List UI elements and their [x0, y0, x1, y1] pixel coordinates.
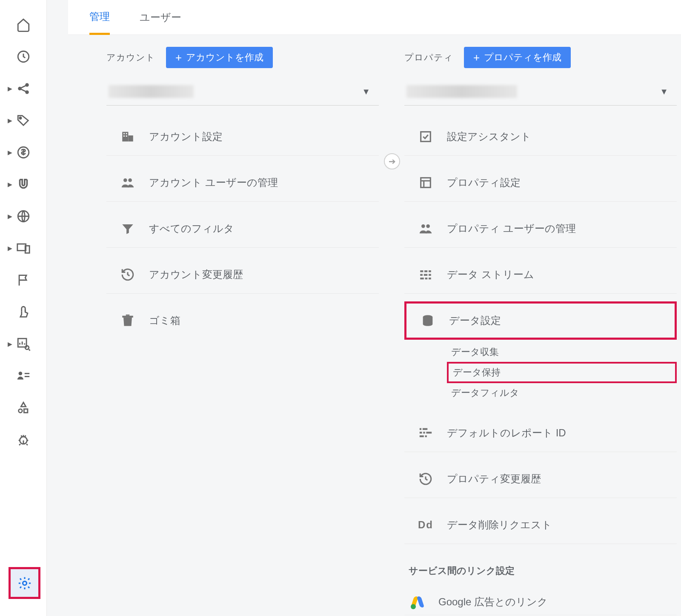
caret-right-icon: ▶	[8, 117, 12, 124]
property-assistant[interactable]: 設定アシスタント	[404, 117, 677, 156]
account-settings[interactable]: アカウント設定	[106, 117, 379, 156]
create-account-label: アカウントを作成	[186, 51, 263, 64]
bug-icon[interactable]	[0, 424, 46, 456]
property-delete-request[interactable]: Dd データ削除リクエスト	[404, 506, 677, 544]
section-linking-title: サービス間のリンク設定	[404, 564, 677, 577]
google-ads-link-label: Google 広告とのリンク	[438, 595, 548, 609]
account-user-mgmt[interactable]: アカウント ユーザーの管理	[106, 163, 379, 202]
svg-rect-28	[421, 132, 431, 141]
svg-rect-34	[429, 270, 431, 272]
people-list-icon[interactable]	[0, 360, 46, 392]
account-trash[interactable]: ゴミ箱	[106, 301, 379, 340]
property-history-label: プロパティ変更履歴	[447, 472, 541, 486]
caret-right-icon: ▶	[8, 213, 12, 220]
tab-admin[interactable]: 管理	[89, 0, 110, 35]
dd-icon: Dd	[417, 519, 434, 531]
svg-rect-46	[426, 432, 432, 433]
svg-rect-33	[424, 270, 427, 272]
tab-user[interactable]: ユーザー	[140, 0, 181, 34]
create-account-button[interactable]: + アカウントを作成	[166, 47, 273, 68]
touch-icon[interactable]	[0, 296, 46, 328]
svg-rect-27	[126, 315, 130, 316]
account-trash-label: ゴミ箱	[149, 314, 180, 327]
devices-icon[interactable]: ▶	[0, 232, 46, 264]
property-user-mgmt-label: プロパティ ユーザーの管理	[447, 222, 576, 235]
svg-point-4	[19, 117, 21, 119]
stream-icon	[417, 267, 434, 282]
account-header: アカウント + アカウントを作成	[106, 47, 379, 68]
shapes-icon[interactable]	[0, 392, 46, 424]
svg-rect-32	[420, 270, 423, 272]
svg-rect-26	[122, 316, 133, 318]
svg-rect-7	[17, 244, 26, 251]
property-report-id[interactable]: デフォルトのレポート ID	[404, 414, 677, 452]
account-filters[interactable]: すべてのフィルタ	[106, 209, 379, 248]
sub-data-retention[interactable]: データ保持	[447, 362, 677, 383]
share-icon[interactable]: ▶	[0, 72, 46, 104]
svg-rect-40	[429, 278, 431, 279]
filter-icon	[119, 221, 136, 236]
dropdown-icon: ▼	[362, 87, 370, 97]
chart-search-icon[interactable]: ▶	[0, 328, 46, 360]
globe-icon[interactable]: ▶	[0, 200, 46, 232]
svg-rect-45	[423, 432, 425, 433]
settings-gear-button[interactable]	[9, 567, 40, 599]
svg-rect-23	[126, 135, 127, 137]
property-data-settings[interactable]: データ設定	[404, 301, 677, 340]
data-settings-subitems: データ収集 データ保持 データフィルタ	[404, 343, 677, 402]
property-settings-label: プロパティ設定	[447, 176, 521, 189]
clock-icon[interactable]	[0, 40, 46, 72]
caret-right-icon: ▶	[8, 181, 12, 188]
svg-rect-35	[420, 274, 423, 275]
property-delete-request-label: データ削除リクエスト	[447, 518, 552, 532]
svg-rect-39	[425, 278, 428, 279]
svg-point-30	[421, 224, 425, 228]
svg-rect-36	[424, 274, 428, 275]
caret-right-icon: ▶	[8, 149, 12, 156]
left-rail: ▶ ▶ ▶ ▶ ▶ ▶ ▶	[0, 0, 47, 616]
account-name-blurred	[109, 85, 194, 98]
history-icon	[417, 472, 434, 486]
account-user-mgmt-label: アカウント ユーザーの管理	[149, 176, 278, 189]
svg-rect-18	[122, 132, 128, 141]
tag-icon[interactable]: ▶	[0, 104, 46, 136]
account-selector[interactable]: ▼	[106, 78, 379, 106]
account-filters-label: すべてのフィルタ	[149, 222, 234, 235]
account-column-label: アカウント	[106, 52, 155, 63]
property-user-mgmt[interactable]: プロパティ ユーザーの管理	[404, 209, 677, 248]
svg-rect-22	[123, 135, 125, 137]
account-history[interactable]: アカウント変更履歴	[106, 255, 379, 294]
plus-icon: +	[175, 52, 182, 63]
people-icon	[417, 221, 434, 236]
caret-right-icon: ▶	[8, 245, 12, 252]
top-tabs: 管理 ユーザー	[68, 0, 681, 35]
property-header: プロパティ + プロパティを作成	[404, 47, 677, 68]
svg-point-25	[128, 178, 132, 182]
home-icon[interactable]	[0, 9, 46, 40]
google-ads-link[interactable]: Google 広告とのリンク	[404, 589, 677, 615]
column-divider-arrow-icon: ➔	[384, 153, 400, 169]
magnet-icon[interactable]: ▶	[0, 168, 46, 200]
svg-rect-48	[425, 435, 427, 437]
flag-icon[interactable]	[0, 264, 46, 296]
property-settings[interactable]: プロパティ設定	[404, 163, 677, 202]
property-data-streams[interactable]: データ ストリーム	[404, 255, 677, 294]
plus-icon: +	[473, 52, 480, 63]
svg-rect-37	[429, 274, 431, 275]
sub-data-filter[interactable]: データフィルタ	[447, 384, 677, 402]
property-selector[interactable]: ▼	[404, 78, 677, 106]
property-history[interactable]: プロパティ変更履歴	[404, 460, 677, 498]
google-ads-icon	[409, 596, 426, 608]
dollar-icon[interactable]: ▶	[0, 136, 46, 168]
dropdown-icon: ▼	[660, 87, 668, 97]
account-column: アカウント + アカウントを作成 ▼ アカウント設定 アカウント ユーザーの管理	[106, 47, 379, 616]
svg-rect-20	[123, 133, 125, 134]
svg-rect-47	[420, 435, 424, 437]
property-column: ➔ プロパティ + プロパティを作成 ▼ 設定アシスタント プロパティ設定	[404, 47, 677, 616]
sub-data-collection[interactable]: データ収集	[447, 343, 677, 361]
create-property-button[interactable]: + プロパティを作成	[464, 47, 571, 68]
property-name-blurred	[406, 85, 517, 98]
caret-right-icon: ▶	[8, 85, 12, 92]
svg-rect-19	[128, 135, 133, 141]
property-assistant-label: 設定アシスタント	[447, 130, 531, 143]
